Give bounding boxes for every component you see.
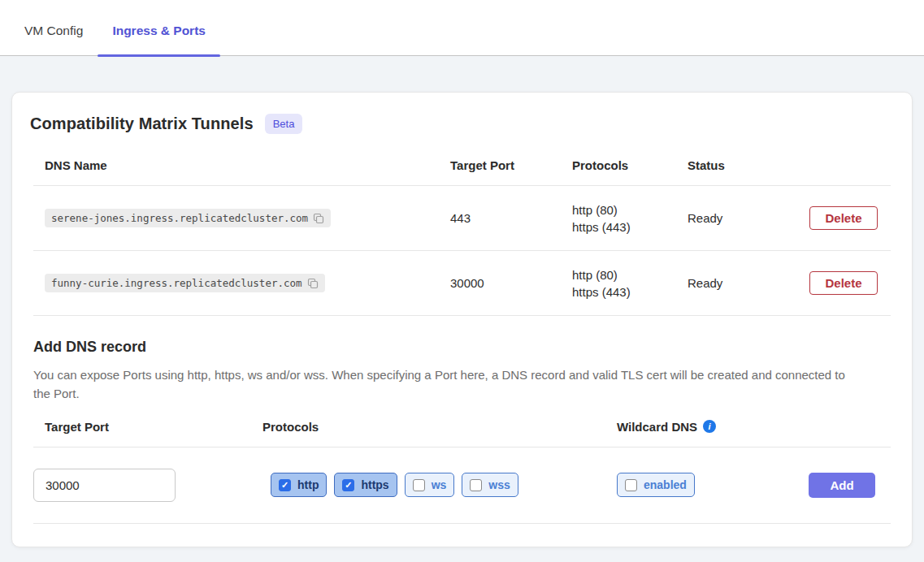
delete-button[interactable]: Delete [809,206,878,230]
table-row: serene-jones.ingress.replicatedcluster.c… [33,186,891,251]
table-body: serene-jones.ingress.replicatedcluster.c… [33,186,891,316]
dns-name-text: serene-jones.ingress.replicatedcluster.c… [51,212,308,224]
checkbox-label: https [361,478,388,491]
protocol-line: http (80) [572,266,688,283]
target-port-input[interactable] [33,469,176,502]
dns-name-cell: serene-jones.ingress.replicatedcluster.c… [33,209,450,227]
unchecked-checkbox-icon[interactable] [470,479,482,491]
add-dns-section: Add DNS record You can expose Ports usin… [33,339,891,502]
unchecked-checkbox-icon[interactable] [413,479,425,491]
table-header-row: DNS Name Target Port Protocols Status [33,134,891,186]
checkbox-label: http [297,478,319,491]
card-header: Compatibility Matrix Tunnels Beta [30,114,894,134]
wildcard-enabled-checkbox[interactable]: enabled [617,473,695,497]
status-cell: Ready [688,211,801,225]
protocol-line: https (443) [572,283,688,300]
card-title: Compatibility Matrix Tunnels [30,115,254,133]
copy-icon[interactable] [313,213,324,224]
form-controls-row: ✓http✓httpswswss enabled Add [33,447,891,502]
checkbox-label: enabled [644,478,687,491]
tab-bar: VM Config Ingress & Ports [0,0,924,56]
table-row: funny-curie.ingress.replicatedcluster.co… [33,251,891,316]
checkbox-label: ws [432,478,447,491]
header-protocols: Protocols [572,158,688,172]
protocol-line: https (443) [572,218,688,236]
target-port-cell: 443 [450,211,572,225]
protocol-ws-checkbox[interactable]: ws [405,473,455,497]
add-dns-heading: Add DNS record [33,339,891,356]
dns-name-pill: funny-curie.ingress.replicatedcluster.co… [45,274,325,292]
checked-checkbox-icon[interactable]: ✓ [279,479,291,491]
header-dns-name: DNS Name [33,158,450,172]
protocol-wss-checkbox[interactable]: wss [462,473,518,497]
tab-vm-config[interactable]: VM Config [10,6,98,55]
tunnels-table: DNS Name Target Port Protocols Status se… [33,134,891,316]
header-status: Status [688,158,801,172]
copy-icon[interactable] [307,278,319,289]
protocol-https-checkbox[interactable]: ✓https [334,473,397,497]
form-label-row: Target Port Protocols Wildcard DNS i [33,404,891,447]
protocol-http-checkbox[interactable]: ✓http [271,473,327,497]
label-wildcard-dns-wrap: Wildcard DNS i [617,420,891,434]
info-icon[interactable]: i [703,420,716,433]
label-protocols: Protocols [262,420,617,434]
unchecked-checkbox-icon[interactable] [625,479,637,491]
dns-name-cell: funny-curie.ingress.replicatedcluster.co… [33,274,450,292]
status-cell: Ready [688,276,801,290]
label-wildcard-dns: Wildcard DNS [617,420,697,434]
target-port-cell [33,469,262,502]
tab-ingress-ports[interactable]: Ingress & Ports [98,6,220,55]
protocol-line: http (80) [572,201,688,218]
label-target-port: Target Port [33,420,262,434]
tunnels-card: Compatibility Matrix Tunnels Beta DNS Na… [11,92,913,547]
protocol-checkbox-group: ✓http✓httpswswss [271,473,617,497]
dns-name-pill: serene-jones.ingress.replicatedcluster.c… [45,209,331,227]
dns-name-text: funny-curie.ingress.replicatedcluster.co… [51,277,302,289]
beta-badge: Beta [265,114,303,134]
protocols-cell: http (80)https (443) [572,266,688,300]
protocols-cell: http (80)https (443) [572,201,688,236]
header-target-port: Target Port [450,158,572,172]
delete-button[interactable]: Delete [809,271,878,295]
wildcard-cell: enabled [617,473,809,497]
checked-checkbox-icon[interactable]: ✓ [342,479,354,491]
add-dns-description: You can expose Ports using http, https, … [33,365,862,404]
checkbox-label: wss [488,478,510,491]
target-port-cell: 30000 [450,276,572,290]
page-body: Compatibility Matrix Tunnels Beta DNS Na… [0,56,924,547]
actions-cell: Delete [801,271,891,295]
card-bottom-divider [33,523,891,524]
add-button[interactable]: Add [809,473,875,498]
actions-cell: Delete [801,206,891,230]
